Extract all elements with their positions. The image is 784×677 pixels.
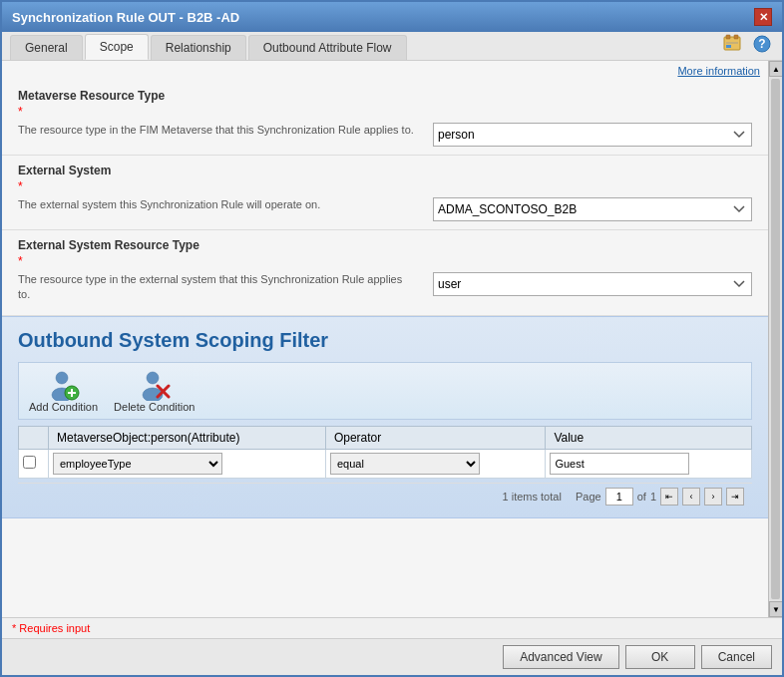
help-icon[interactable]: ? [750,32,774,56]
table-row: employeeType equal [19,449,752,478]
add-condition-button[interactable]: Add Condition [29,369,98,413]
tab-relationship[interactable]: Relationship [151,35,246,60]
svg-text:?: ? [758,37,765,51]
scroll-down-button[interactable]: ▼ [769,601,782,617]
metaverse-required-star: * [18,105,23,119]
more-info-link[interactable]: More information [677,65,760,77]
row-operator-dropdown[interactable]: equal [330,453,480,475]
scrollbar-track: ▲ ▼ [768,61,782,617]
items-total: 1 items total [503,491,562,503]
delete-condition-button[interactable]: Delete Condition [114,369,195,413]
row-attribute-dropdown[interactable]: employeeType [53,453,222,475]
content-area: More information Metaverse Resource Type… [2,61,782,617]
metaverse-resource-label: Metaverse Resource Type [18,89,752,103]
external-resource-required-star: * [18,254,23,268]
required-note: * Requires input [12,622,772,634]
add-condition-label: Add Condition [29,401,98,413]
advanced-view-button[interactable]: Advanced View [503,645,619,669]
footer-bar: * Requires input [2,617,782,638]
last-page-button[interactable]: ⇥ [726,488,744,506]
row-operator-cell: equal [325,449,545,478]
svg-rect-4 [726,45,731,48]
tab-icons-bar: ? [720,32,782,60]
external-system-description: The external system this Synchronization… [18,197,417,212]
spacer [2,518,768,598]
title-bar: Synchronization Rule OUT - B2B -AD ✕ [2,2,782,32]
row-value-input[interactable] [550,453,689,475]
tab-general[interactable]: General [10,35,83,60]
row-checkbox-cell [19,449,49,478]
col-attribute: MetaverseObject:person(Attribute) [49,426,326,449]
page-input[interactable] [605,488,633,506]
filter-table: MetaverseObject:person(Attribute) Operat… [18,426,752,479]
tabs-bar: General Scope Relationship Outbound Attr… [2,32,782,61]
page-of: of [637,491,646,503]
pagination-bar: 1 items total Page of 1 ⇤ ‹ › ⇥ [18,483,752,509]
external-resource-type-label: External System Resource Type [18,238,752,252]
metaverse-resource-description: The resource type in the FIM Metaverse t… [18,123,417,138]
add-condition-icon [48,369,80,401]
prev-page-button[interactable]: ‹ [682,488,700,506]
metaverse-resource-section: Metaverse Resource Type * The resource t… [2,81,768,156]
favorite-icon[interactable] [720,32,744,56]
external-resource-type-section: External System Resource Type * The reso… [2,230,768,316]
external-system-dropdown[interactable]: ADMA_SCONTOSO_B2B [433,197,752,221]
external-system-section: External System * The external system th… [2,156,768,230]
metaverse-resource-dropdown[interactable]: person [433,123,752,147]
cancel-button[interactable]: Cancel [701,645,772,669]
col-checkbox [19,426,49,449]
main-content-scroll: More information Metaverse Resource Type… [2,61,768,617]
col-value: Value [546,426,752,449]
more-info-bar: More information [2,61,768,81]
scroll-up-button[interactable]: ▲ [769,61,782,77]
tab-outbound-attribute-flow[interactable]: Outbound Attribute Flow [248,35,407,60]
filter-toolbar: Add Condition [18,362,752,420]
scoping-filter-section: Outbound System Scoping Filter [2,316,768,518]
close-button[interactable]: ✕ [754,8,772,26]
window-title: Synchronization Rule OUT - B2B -AD [12,10,239,25]
external-resource-type-description: The resource type in the external system… [18,272,417,303]
first-page-button[interactable]: ⇤ [660,488,678,506]
row-checkbox[interactable] [23,456,36,469]
svg-rect-2 [734,35,738,39]
delete-condition-icon [139,369,171,401]
scrollbar-thumb[interactable] [771,79,780,599]
row-attribute-cell: employeeType [49,449,326,478]
tab-scope[interactable]: Scope [85,34,149,60]
scoping-filter-title: Outbound System Scoping Filter [18,329,752,352]
svg-point-7 [56,372,68,384]
bottom-buttons-bar: Advanced View OK Cancel [2,638,782,675]
external-system-required-star: * [18,179,23,193]
svg-point-12 [147,372,159,384]
page-label: Page [576,491,601,503]
total-pages: 1 [650,491,656,503]
next-page-button[interactable]: › [704,488,722,506]
external-system-label: External System [18,164,752,177]
svg-rect-1 [726,35,730,39]
main-window: Synchronization Rule OUT - B2B -AD ✕ Gen… [0,0,784,677]
col-operator: Operator [325,426,545,449]
external-resource-type-dropdown[interactable]: user [433,272,752,296]
row-value-cell [546,449,752,478]
ok-button[interactable]: OK [625,645,695,669]
delete-condition-label: Delete Condition [114,401,195,413]
